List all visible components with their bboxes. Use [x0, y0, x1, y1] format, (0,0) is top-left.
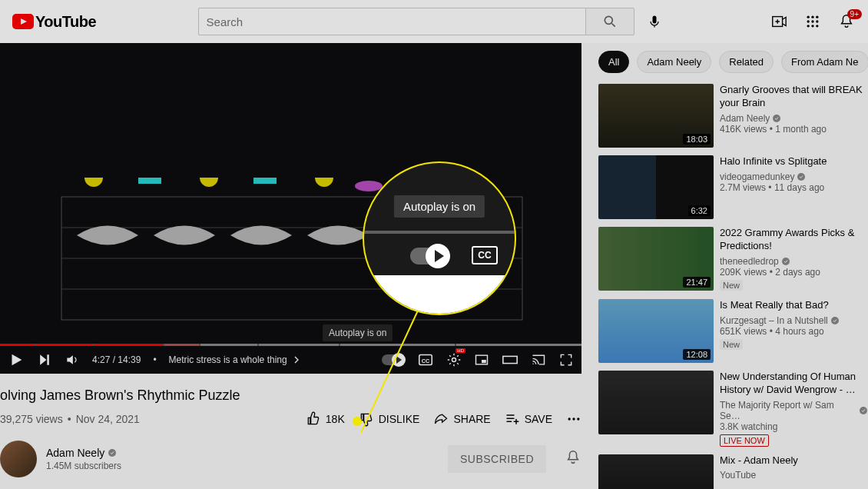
more-button[interactable]	[566, 411, 581, 427]
recommendation-item[interactable]: 21:47 2022 Grammy Awards Picks & Predict…	[598, 227, 868, 291]
header: YouTube 9+	[0, 0, 868, 43]
rec-title: Gnarly Grooves that will BREAK your Brai…	[720, 84, 868, 110]
duration-badge: 6:32	[688, 205, 711, 216]
publish-date: Nov 24, 2021	[76, 413, 140, 425]
save-label: SAVE	[525, 413, 552, 425]
svg-point-13	[816, 25, 818, 27]
theater-button[interactable]	[502, 351, 518, 368]
rec-meta: 209K views • 2 days ago	[720, 267, 868, 278]
svg-point-12	[811, 25, 813, 27]
thumbnail: 21:47	[598, 227, 714, 291]
voice-search-button[interactable]	[641, 8, 668, 35]
time-sep: •	[153, 354, 156, 365]
svg-point-6	[811, 16, 813, 18]
chip-related[interactable]: Related	[719, 51, 774, 73]
svg-point-21	[355, 181, 383, 191]
video-title: olving James Brown's Rhythmic Puzzle	[0, 388, 581, 404]
cast-button[interactable]	[531, 352, 546, 368]
chip-channel[interactable]: Adam Neely	[637, 51, 711, 73]
meta-row: 39,275 views • Nov 24, 2021 18K DISLIKE	[0, 411, 581, 427]
next-icon	[37, 352, 52, 368]
verified-icon	[108, 448, 117, 457]
svg-rect-19	[138, 178, 161, 184]
hd-badge: HD	[456, 348, 465, 353]
search-button[interactable]	[585, 8, 634, 35]
below-player: olving James Brown's Rhythmic Puzzle 39,…	[0, 374, 581, 477]
playlist-add-icon	[505, 411, 520, 427]
duration-badge: 12:08	[683, 349, 711, 360]
rec-info: Mix - Adam Neely YouTube	[720, 454, 868, 489]
search-icon	[602, 14, 618, 29]
svg-rect-20	[253, 178, 277, 184]
rec-info: Halo Infinite vs Splitgate videogamedunk…	[720, 155, 868, 219]
filter-chips: All Adam Neely Related From Adam Ne	[598, 51, 868, 73]
svg-point-9	[811, 20, 813, 22]
new-badge: New	[720, 339, 743, 350]
captions-button[interactable]: CC	[417, 351, 434, 368]
miniplayer-button[interactable]	[474, 352, 489, 368]
recommendation-item[interactable]: New Understanding Of Human History w/ Da…	[598, 371, 868, 447]
time-display: 4:27 / 14:39	[92, 354, 141, 365]
volume-button[interactable]	[65, 352, 80, 368]
logo-text: YouTube	[35, 13, 96, 31]
channel-avatar[interactable]	[0, 441, 37, 477]
rec-channel: The Majority Report w/ Sam Se…	[720, 400, 868, 421]
share-label: SHARE	[453, 413, 490, 425]
miniplayer-icon	[474, 352, 489, 368]
apps-button[interactable]	[803, 12, 822, 31]
svg-text:CC: CC	[422, 358, 430, 364]
recommendation-item[interactable]: Mix - Adam Neely YouTube	[598, 454, 868, 489]
gear-icon	[446, 352, 462, 368]
search-input[interactable]	[198, 8, 585, 35]
svg-point-8	[807, 20, 810, 22]
subscribe-button[interactable]: SUBSCRIBED	[448, 445, 546, 473]
meta-sep: •	[68, 413, 71, 425]
youtube-icon	[12, 14, 34, 29]
thumbnail	[598, 454, 714, 489]
svg-rect-3	[652, 16, 656, 24]
notification-badge: 9+	[847, 9, 862, 19]
rec-info: Gnarly Grooves that will BREAK your Brai…	[720, 84, 868, 148]
rec-info: Is Meat Really that Bad? Kurzgesagt – In…	[720, 299, 868, 363]
fullscreen-button[interactable]	[558, 352, 574, 368]
more-horizontal-icon	[566, 411, 581, 427]
live-badge: LIVE NOW	[720, 434, 769, 447]
player-controls: 4:27 / 14:39 • Metric stress is a whole …	[0, 346, 581, 374]
chapter-button[interactable]: Metric stress is a whole thing	[169, 354, 303, 366]
recommendation-item[interactable]: 6:32 Halo Infinite vs Splitgate videogam…	[598, 155, 868, 219]
duration-badge: 21:47	[683, 277, 711, 288]
share-button[interactable]: SHARE	[433, 411, 490, 427]
play-button[interactable]	[8, 351, 25, 368]
youtube-logo[interactable]: YouTube	[12, 13, 96, 31]
rec-channel: videogamedunkey	[720, 171, 868, 182]
rec-meta: 651K views • 4 hours ago	[720, 326, 868, 337]
svg-point-29	[572, 417, 575, 420]
svg-point-7	[816, 16, 818, 18]
thumbnail: 12:08	[598, 299, 714, 363]
cc-icon: CC	[417, 351, 434, 368]
notification-bell-button[interactable]	[565, 449, 581, 469]
like-count: 18K	[326, 413, 345, 425]
save-button[interactable]: SAVE	[505, 411, 552, 427]
chip-all[interactable]: All	[598, 51, 629, 73]
channel-name[interactable]: Adam Neely	[46, 447, 121, 459]
fullscreen-icon	[558, 352, 574, 368]
volume-icon	[65, 352, 80, 368]
next-button[interactable]	[37, 352, 52, 368]
rec-info: New Understanding Of Human History w/ Da…	[720, 371, 868, 447]
verified-icon	[859, 406, 868, 415]
recommendation-item[interactable]: 18:03 Gnarly Grooves that will BREAK you…	[598, 84, 868, 148]
recommendation-item[interactable]: 12:08 Is Meat Really that Bad? Kurzgesag…	[598, 299, 868, 363]
rec-channel: Adam Neely	[720, 113, 868, 124]
callout-cc: CC	[472, 246, 498, 264]
settings-button[interactable]: HD	[446, 352, 462, 368]
svg-point-24	[452, 358, 456, 362]
create-icon	[770, 13, 787, 30]
rec-meta: 416K views • 1 month ago	[720, 124, 868, 135]
like-button[interactable]: 18K	[306, 411, 345, 427]
subscriber-count: 1.45M subscribers	[46, 461, 121, 471]
notifications-button[interactable]: 9+	[837, 12, 856, 31]
chapter-label: Metric stress is a whole thing	[169, 354, 287, 365]
chip-from[interactable]: From Adam Ne	[781, 51, 868, 73]
create-button[interactable]	[770, 12, 788, 31]
